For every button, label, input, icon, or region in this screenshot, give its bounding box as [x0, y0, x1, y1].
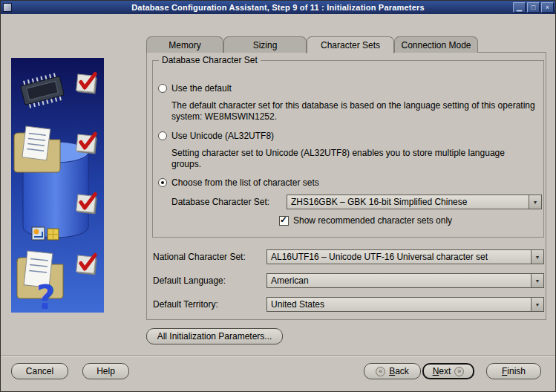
radio-use-unicode[interactable]: Use Unicode (AL32UTF8) [158, 131, 274, 141]
dropdown-button[interactable]: ▼ [531, 274, 543, 287]
chevron-down-icon: ▼ [535, 278, 540, 284]
next-chevrons-icon: » [454, 367, 464, 376]
checkmark-icon [76, 192, 97, 215]
back-button[interactable]: « Back [364, 363, 421, 379]
finish-button[interactable]: Finish [486, 363, 541, 379]
use-default-description: The default character set for this datab… [171, 100, 537, 122]
help-button[interactable]: Help [82, 363, 129, 379]
tab-memory[interactable]: Memory [146, 36, 223, 53]
checkmark-icon: ✓ [280, 215, 287, 225]
back-chevrons-icon: « [376, 367, 385, 376]
window-title: Database Configuration Assistant, Step 9… [1, 3, 555, 12]
radio-choose-from-list[interactable]: Choose from the list of character sets [158, 177, 319, 188]
national-character-set-value: AL16UTF16 – Unicode UTF-16 Universal cha… [267, 250, 543, 264]
next-button[interactable]: Next » [422, 363, 474, 379]
tab-bar: Memory Sizing Character Sets Connection … [146, 36, 478, 53]
radio-choose-from-list-label: Choose from the list of character sets [171, 177, 319, 188]
maximize-icon: □ [532, 4, 535, 11]
cancel-label: Cancel [26, 366, 53, 376]
database-character-set-label: Database Character Set: [171, 197, 269, 207]
default-language-value: American [267, 274, 543, 287]
back-label: Back [389, 366, 409, 376]
all-initialization-parameters-label: All Initialization Parameters... [157, 331, 272, 342]
national-character-set-label: National Character Set: [153, 252, 246, 262]
radio-use-default-label: Use the default [171, 83, 232, 94]
wizard-artwork: ? [11, 58, 104, 313]
minimize-button[interactable]: ▁ [513, 2, 526, 13]
database-character-set-select[interactable]: ZHS16GBK – GBK 16-bit Simplified Chinese… [287, 195, 542, 209]
radio-icon [158, 84, 167, 93]
titlebar: Database Configuration Assistant, Step 9… [1, 1, 555, 14]
window-controls: ▁ □ × [513, 2, 554, 13]
dropdown-button[interactable]: ▼ [531, 250, 543, 264]
close-button[interactable]: × [541, 2, 554, 13]
checkmark-icon [76, 132, 97, 154]
default-language-label: Default Language: [153, 275, 226, 286]
all-initialization-parameters-button[interactable]: All Initialization Parameters... [146, 328, 283, 344]
character-sets-panel: Database Character Set Use the default T… [146, 52, 546, 320]
config-icon-2 [48, 229, 59, 240]
show-recommended-checkbox[interactable]: ✓ Show recommended character sets only [279, 215, 452, 226]
close-icon: × [546, 4, 549, 11]
checkmark-icon [76, 253, 97, 275]
radio-use-default[interactable]: Use the default [158, 83, 232, 94]
dropdown-button[interactable]: ▼ [531, 298, 543, 311]
cancel-button[interactable]: Cancel [11, 363, 68, 379]
chevron-down-icon: ▼ [535, 255, 540, 260]
groupbox-title: Database Character Set [159, 55, 261, 65]
radio-icon [158, 131, 167, 140]
minimize-icon: ▁ [517, 4, 522, 11]
chevron-down-icon: ▼ [533, 200, 538, 205]
footer-separator [1, 355, 555, 356]
national-character-set-select[interactable]: AL16UTF16 – Unicode UTF-16 Universal cha… [266, 249, 544, 264]
show-recommended-label: Show recommended character sets only [293, 215, 452, 226]
tab-connection-mode[interactable]: Connection Mode [394, 36, 478, 53]
default-territory-label: Default Territory: [153, 299, 218, 310]
radio-selected-icon [158, 178, 167, 187]
database-character-set-group: Database Character Set Use the default T… [152, 60, 544, 238]
checkbox-checked-icon: ✓ [279, 216, 289, 226]
help-label: Help [97, 366, 115, 376]
tab-character-sets[interactable]: Character Sets [307, 36, 394, 53]
dbca-window: Database Configuration Assistant, Step 9… [0, 0, 556, 392]
finish-label: Finish [502, 366, 526, 376]
maximize-button[interactable]: □ [527, 2, 540, 13]
default-language-select[interactable]: American ▼ [266, 273, 544, 288]
default-territory-select[interactable]: United States ▼ [266, 297, 544, 312]
use-unicode-description: Setting character set to Unicode (AL32UT… [171, 148, 537, 170]
svg-text:?: ? [36, 278, 56, 313]
next-label: Next [433, 366, 451, 376]
checkmark-icon [76, 72, 97, 94]
database-character-set-value: ZHS16GBK – GBK 16-bit Simplified Chinese [287, 195, 541, 209]
radio-use-unicode-label: Use Unicode (AL32UTF8) [171, 131, 274, 141]
config-icons [32, 227, 45, 240]
default-territory-value: United States [267, 298, 543, 311]
tab-sizing[interactable]: Sizing [223, 36, 307, 53]
dropdown-button[interactable]: ▼ [529, 195, 541, 209]
chevron-down-icon: ▼ [535, 302, 540, 307]
